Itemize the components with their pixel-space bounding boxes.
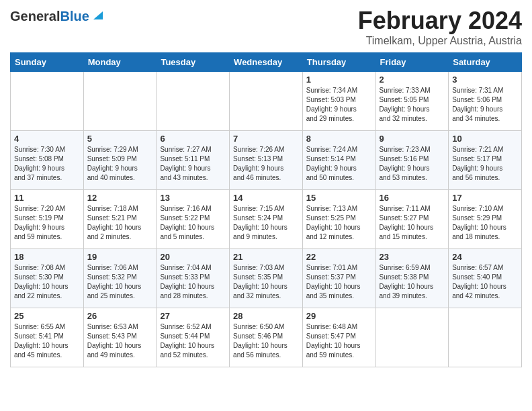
day-info: Sunrise: 7:15 AM Sunset: 5:24 PM Dayligh… [233, 204, 299, 242]
day-info: Sunrise: 7:06 AM Sunset: 5:32 PM Dayligh… [87, 263, 153, 301]
calendar-cell: 19Sunrise: 7:06 AM Sunset: 5:32 PM Dayli… [83, 249, 157, 308]
calendar-header-sunday: Sunday [11, 53, 84, 72]
calendar-cell: 3Sunrise: 7:31 AM Sunset: 5:06 PM Daylig… [449, 72, 522, 131]
calendar-header-tuesday: Tuesday [157, 53, 230, 72]
day-number: 18 [14, 252, 80, 262]
day-info: Sunrise: 7:34 AM Sunset: 5:03 PM Dayligh… [306, 86, 372, 124]
day-info: Sunrise: 6:50 AM Sunset: 5:46 PM Dayligh… [233, 322, 299, 360]
calendar-cell: 24Sunrise: 6:57 AM Sunset: 5:40 PM Dayli… [449, 249, 522, 308]
calendar-cell [230, 72, 303, 131]
calendar-table: SundayMondayTuesdayWednesdayThursdayFrid… [10, 52, 522, 367]
day-number: 16 [380, 193, 445, 203]
day-number: 26 [87, 311, 153, 321]
calendar-cell: 26Sunrise: 6:53 AM Sunset: 5:43 PM Dayli… [83, 308, 157, 367]
day-info: Sunrise: 7:24 AM Sunset: 5:14 PM Dayligh… [306, 145, 372, 183]
calendar-cell: 2Sunrise: 7:33 AM Sunset: 5:05 PM Daylig… [375, 72, 449, 131]
calendar-cell: 25Sunrise: 6:55 AM Sunset: 5:41 PM Dayli… [11, 308, 84, 367]
day-info: Sunrise: 7:16 AM Sunset: 5:22 PM Dayligh… [160, 204, 226, 242]
day-number: 5 [87, 134, 153, 144]
day-info: Sunrise: 7:04 AM Sunset: 5:33 PM Dayligh… [160, 263, 226, 301]
day-number: 24 [452, 252, 518, 262]
logo: GeneralBlue [10, 9, 105, 23]
calendar-header-thursday: Thursday [302, 53, 375, 72]
day-number: 2 [380, 75, 445, 85]
day-info: Sunrise: 7:13 AM Sunset: 5:25 PM Dayligh… [306, 204, 372, 242]
calendar-week-5: 25Sunrise: 6:55 AM Sunset: 5:41 PM Dayli… [11, 308, 522, 367]
header: GeneralBlue February 2024 Timelkam, Uppe… [10, 7, 522, 47]
calendar-cell [449, 308, 522, 367]
calendar-cell: 28Sunrise: 6:50 AM Sunset: 5:46 PM Dayli… [230, 308, 303, 367]
day-info: Sunrise: 7:21 AM Sunset: 5:17 PM Dayligh… [452, 145, 518, 183]
day-info: Sunrise: 7:30 AM Sunset: 5:08 PM Dayligh… [14, 145, 80, 183]
day-number: 10 [452, 134, 518, 144]
day-info: Sunrise: 7:11 AM Sunset: 5:27 PM Dayligh… [380, 204, 445, 242]
day-number: 7 [233, 134, 299, 144]
location-subtitle: Timelkam, Upper Austria, Austria [358, 35, 522, 47]
calendar-cell: 8Sunrise: 7:24 AM Sunset: 5:14 PM Daylig… [302, 131, 375, 190]
day-info: Sunrise: 7:18 AM Sunset: 5:21 PM Dayligh… [87, 204, 153, 242]
day-number: 14 [233, 193, 299, 203]
calendar-week-3: 11Sunrise: 7:20 AM Sunset: 5:19 PM Dayli… [11, 190, 522, 249]
day-info: Sunrise: 7:03 AM Sunset: 5:35 PM Dayligh… [233, 263, 299, 301]
calendar-header-row: SundayMondayTuesdayWednesdayThursdayFrid… [11, 53, 522, 72]
calendar-cell: 17Sunrise: 7:10 AM Sunset: 5:29 PM Dayli… [449, 190, 522, 249]
calendar-header-monday: Monday [83, 53, 157, 72]
day-number: 4 [14, 134, 80, 144]
day-number: 17 [452, 193, 518, 203]
day-info: Sunrise: 7:20 AM Sunset: 5:19 PM Dayligh… [14, 204, 80, 242]
svg-marker-0 [93, 11, 103, 19]
day-info: Sunrise: 6:59 AM Sunset: 5:38 PM Dayligh… [380, 263, 445, 301]
calendar-header-saturday: Saturday [449, 53, 522, 72]
calendar-cell: 13Sunrise: 7:16 AM Sunset: 5:22 PM Dayli… [157, 190, 230, 249]
day-info: Sunrise: 7:31 AM Sunset: 5:06 PM Dayligh… [452, 86, 518, 124]
calendar-cell: 29Sunrise: 6:48 AM Sunset: 5:47 PM Dayli… [302, 308, 375, 367]
day-number: 19 [87, 252, 153, 262]
day-number: 1 [306, 75, 372, 85]
calendar-cell: 4Sunrise: 7:30 AM Sunset: 5:08 PM Daylig… [11, 131, 84, 190]
calendar-cell: 7Sunrise: 7:26 AM Sunset: 5:13 PM Daylig… [230, 131, 303, 190]
day-number: 22 [306, 252, 372, 262]
calendar-cell: 9Sunrise: 7:23 AM Sunset: 5:16 PM Daylig… [375, 131, 449, 190]
calendar-cell: 10Sunrise: 7:21 AM Sunset: 5:17 PM Dayli… [449, 131, 522, 190]
day-number: 3 [452, 75, 518, 85]
calendar-cell [83, 72, 157, 131]
day-number: 15 [306, 193, 372, 203]
calendar-cell: 6Sunrise: 7:27 AM Sunset: 5:11 PM Daylig… [157, 131, 230, 190]
day-number: 20 [160, 252, 226, 262]
calendar-cell: 16Sunrise: 7:11 AM Sunset: 5:27 PM Dayli… [375, 190, 449, 249]
calendar-cell: 1Sunrise: 7:34 AM Sunset: 5:03 PM Daylig… [302, 72, 375, 131]
day-info: Sunrise: 6:48 AM Sunset: 5:47 PM Dayligh… [306, 322, 372, 360]
calendar-cell: 27Sunrise: 6:52 AM Sunset: 5:44 PM Dayli… [157, 308, 230, 367]
calendar-header-friday: Friday [375, 53, 449, 72]
day-info: Sunrise: 7:10 AM Sunset: 5:29 PM Dayligh… [452, 204, 518, 242]
calendar-cell: 22Sunrise: 7:01 AM Sunset: 5:37 PM Dayli… [302, 249, 375, 308]
calendar-cell: 18Sunrise: 7:08 AM Sunset: 5:30 PM Dayli… [11, 249, 84, 308]
day-info: Sunrise: 7:08 AM Sunset: 5:30 PM Dayligh… [14, 263, 80, 301]
day-info: Sunrise: 6:55 AM Sunset: 5:41 PM Dayligh… [14, 322, 80, 360]
calendar-cell: 11Sunrise: 7:20 AM Sunset: 5:19 PM Dayli… [11, 190, 84, 249]
day-number: 27 [160, 311, 226, 321]
day-info: Sunrise: 7:23 AM Sunset: 5:16 PM Dayligh… [380, 145, 445, 183]
day-number: 13 [160, 193, 226, 203]
title-area: February 2024 Timelkam, Upper Austria, A… [358, 7, 522, 47]
calendar-week-1: 1Sunrise: 7:34 AM Sunset: 5:03 PM Daylig… [11, 72, 522, 131]
day-number: 12 [87, 193, 153, 203]
calendar-header-wednesday: Wednesday [230, 53, 303, 72]
day-number: 29 [306, 311, 372, 321]
day-number: 6 [160, 134, 226, 144]
calendar-cell: 12Sunrise: 7:18 AM Sunset: 5:21 PM Dayli… [83, 190, 157, 249]
logo-icon [91, 7, 105, 22]
calendar-cell: 15Sunrise: 7:13 AM Sunset: 5:25 PM Dayli… [302, 190, 375, 249]
calendar-cell [11, 72, 84, 131]
day-number: 9 [380, 134, 445, 144]
calendar-cell: 23Sunrise: 6:59 AM Sunset: 5:38 PM Dayli… [375, 249, 449, 308]
day-info: Sunrise: 7:01 AM Sunset: 5:37 PM Dayligh… [306, 263, 372, 301]
day-info: Sunrise: 7:26 AM Sunset: 5:13 PM Dayligh… [233, 145, 299, 183]
day-number: 11 [14, 193, 80, 203]
logo-text: GeneralBlue [10, 9, 89, 23]
day-number: 25 [14, 311, 80, 321]
day-info: Sunrise: 6:53 AM Sunset: 5:43 PM Dayligh… [87, 322, 153, 360]
calendar-cell: 5Sunrise: 7:29 AM Sunset: 5:09 PM Daylig… [83, 131, 157, 190]
calendar-week-2: 4Sunrise: 7:30 AM Sunset: 5:08 PM Daylig… [11, 131, 522, 190]
day-number: 21 [233, 252, 299, 262]
